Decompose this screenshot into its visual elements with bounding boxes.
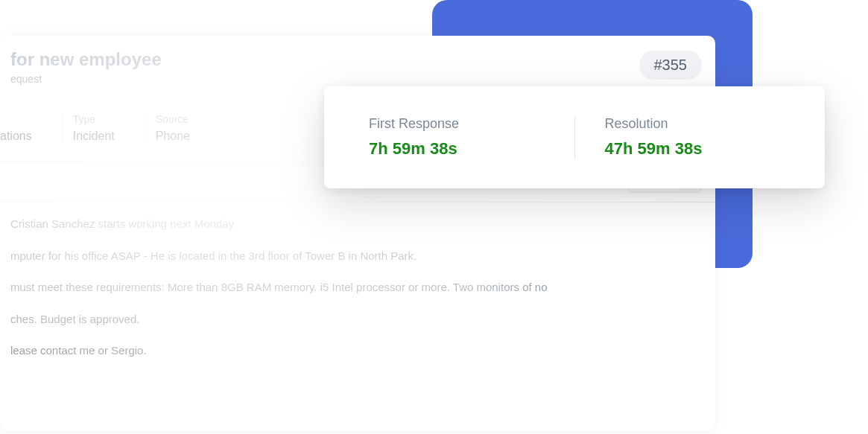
description-line: lease contact me or Sergio. (10, 342, 702, 360)
description-line: must meet these requirements: More than … (10, 279, 702, 296)
sla-resolution-label: Resolution (605, 116, 781, 132)
meta-item-source: Source Phone (145, 113, 220, 143)
meta-type-value: Incident (73, 130, 115, 143)
meta-source-value: Phone (156, 130, 190, 143)
meta-item-unknown: ations (0, 113, 62, 143)
sla-first-response-label: First Response (369, 116, 545, 132)
sla-resolution: Resolution 47h 59m 38s (574, 116, 811, 159)
description-body: Cristian Sanchez starts working next Mon… (0, 202, 715, 360)
sla-first-response: First Response 7h 59m 38s (339, 116, 574, 159)
description-line: Cristian Sanchez starts working next Mon… (10, 216, 702, 233)
sla-resolution-value: 47h 59m 38s (605, 139, 781, 159)
meta-type-label: Type (73, 113, 115, 125)
sla-card: First Response 7h 59m 38s Resolution 47h… (324, 86, 825, 188)
meta-source-label: Source (156, 113, 190, 125)
meta-item-type: Type Incident (62, 113, 145, 143)
sla-first-response-value: 7h 59m 38s (369, 139, 545, 159)
meta-value: ations (0, 130, 32, 143)
ticket-title: for new employee (0, 36, 715, 73)
description-line: ches. Budget is approved. (10, 311, 702, 328)
description-line: mputer for his office ASAP - He is locat… (10, 248, 702, 265)
meta-label (0, 113, 32, 125)
ticket-subtitle: equest (0, 73, 715, 85)
ticket-id-badge: #355 (639, 51, 703, 80)
